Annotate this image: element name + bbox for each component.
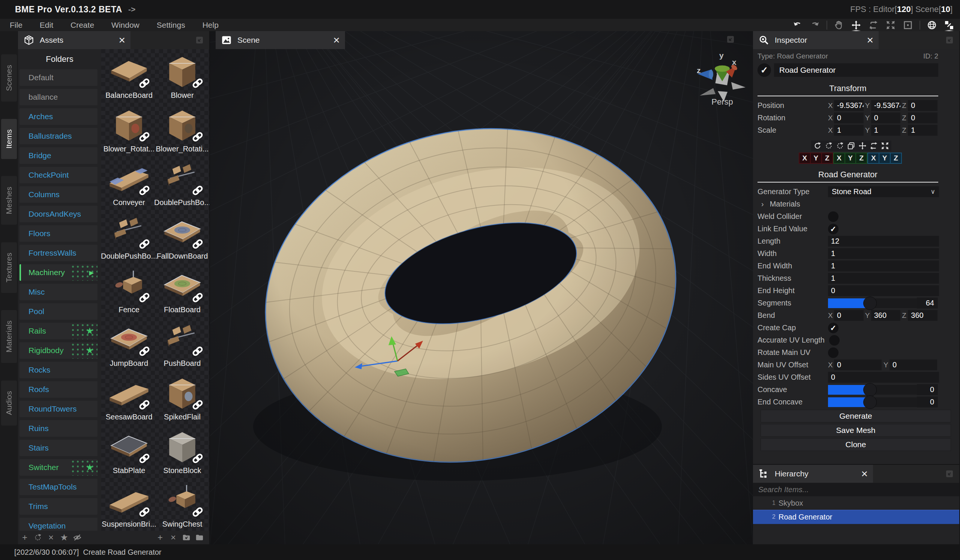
folder-item-pool[interactable]: Pool — [19, 303, 98, 320]
scale-x-input[interactable]: 1 — [834, 125, 864, 136]
assets-close-icon[interactable]: × — [113, 35, 131, 46]
inspector-dock-icon[interactable] — [945, 36, 954, 45]
move-mode-icon[interactable] — [858, 141, 867, 151]
hierarchy-item-road-generator[interactable]: 2Road Generator — [753, 510, 959, 524]
asset-tile-conveyer[interactable]: Conveyer — [102, 158, 156, 212]
generator-type-dropdown[interactable]: Stone Road∨ — [828, 186, 939, 197]
asset-tile-falldownboard[interactable]: FallDownBoard — [156, 212, 209, 266]
slider-knob[interactable] — [863, 396, 877, 409]
position-z-input[interactable]: 0 — [908, 100, 938, 111]
asset-tile-blower-rotat-[interactable]: Blower_Rotat... — [102, 105, 156, 158]
rotation-z-input[interactable]: 0 — [908, 112, 938, 123]
asset-tile-fence[interactable]: Fence — [102, 266, 156, 319]
folder-item-bridge[interactable]: Bridge — [19, 147, 98, 164]
undo-icon[interactable] — [792, 19, 803, 31]
slider-knob[interactable] — [863, 297, 877, 310]
left-tab-items[interactable]: Items — [1, 119, 17, 159]
axis-button-blue-x[interactable]: X — [868, 153, 878, 163]
folder-item-rails[interactable]: Rails★ — [19, 323, 98, 339]
reset-transform-icon[interactable] — [813, 141, 822, 151]
hierarchy-close-icon[interactable]: × — [856, 468, 873, 479]
thickness-input[interactable]: 1 — [828, 273, 939, 284]
folder-item-checkpoint[interactable]: CheckPoint — [19, 167, 98, 183]
bend-y-input[interactable]: 360 — [871, 310, 901, 321]
asset-tile-spikedflail[interactable]: SpikedFlail — [156, 373, 209, 426]
menu-window[interactable]: Window — [111, 21, 139, 29]
concave-value[interactable]: 0 — [917, 384, 938, 395]
reset-rotation-icon[interactable] — [824, 141, 834, 151]
hierarchy-item-skybox[interactable]: 1Skybox — [753, 496, 959, 510]
folder-item-ballance[interactable]: ballance — [19, 89, 98, 105]
rotate-tool-icon[interactable] — [868, 19, 879, 31]
folder-item-misc[interactable]: Misc — [19, 284, 98, 300]
menu-edit[interactable]: Edit — [40, 21, 53, 29]
asset-tile-floatboard[interactable]: FloatBoard — [156, 266, 209, 319]
save-mesh-button[interactable]: Save Mesh — [760, 424, 951, 437]
hand-tool-icon[interactable] — [833, 19, 845, 31]
snap-toggle-icon[interactable] — [944, 19, 955, 31]
hierarchy-search-input[interactable] — [753, 485, 959, 495]
axis-button-blue-y[interactable]: Y — [879, 153, 890, 163]
width-input[interactable]: 1 — [828, 248, 939, 259]
axis-button-red-x[interactable]: X — [800, 153, 810, 163]
move-tool-icon[interactable] — [851, 19, 862, 31]
scale-tool-icon[interactable] — [885, 19, 896, 31]
inspector-tab[interactable]: Inspector × — [753, 31, 878, 49]
left-tab-meshes[interactable]: Meshes — [1, 176, 17, 225]
axis-button-green-x[interactable]: X — [834, 153, 845, 163]
left-tab-materials[interactable]: Materials — [1, 310, 17, 363]
hierarchy-dock-icon[interactable] — [945, 469, 954, 478]
asset-tile-stoneblock[interactable]: StoneBlock — [156, 426, 209, 480]
menu-help[interactable]: Help — [203, 21, 219, 29]
refresh-folders-icon[interactable] — [34, 533, 42, 542]
folder-item-arches[interactable]: Arches — [19, 108, 98, 125]
menu-file[interactable]: File — [10, 21, 22, 29]
reset-scale-icon[interactable] — [835, 141, 845, 151]
asset-tile-doublepushbo-[interactable]: DoublePushBo... — [156, 158, 209, 212]
axis-button-blue-z[interactable]: Z — [891, 153, 901, 163]
menu-create[interactable]: Create — [70, 21, 94, 29]
main-uv-offset-x-input[interactable]: 0 — [834, 359, 882, 370]
redo-icon[interactable] — [809, 19, 821, 31]
concave-slider[interactable] — [828, 385, 917, 395]
bend-z-input[interactable]: 360 — [908, 310, 938, 321]
end-concave-value[interactable]: 0 — [917, 397, 938, 407]
create-cap-toggle[interactable]: ✓ — [828, 323, 838, 333]
left-tab-textures[interactable]: Textures — [1, 242, 17, 293]
asset-tile-jumpboard[interactable]: JumpBoard — [102, 319, 156, 373]
sides-uv-offset-input[interactable]: 0 — [828, 372, 939, 383]
folder-item-columns[interactable]: Columns — [19, 186, 98, 203]
asset-tile-seesawboard[interactable]: SeesawBoard — [102, 373, 156, 426]
asset-tile-blower-rotati-[interactable]: Blower_Rotati... — [156, 105, 209, 158]
delete-folder-icon[interactable]: × — [46, 533, 56, 542]
folder-item-doorsandkeys[interactable]: DoorsAndKeys — [19, 206, 98, 222]
rotation-x-input[interactable]: 0 — [834, 112, 864, 123]
folder-item-default[interactable]: Default — [19, 69, 98, 86]
axis-button-red-z[interactable]: Z — [822, 153, 832, 163]
accurate-uv-length-toggle[interactable] — [829, 335, 840, 346]
bounds-tool-icon[interactable] — [902, 19, 914, 31]
axis-button-red-y[interactable]: Y — [811, 153, 821, 163]
folder-item-vegetation[interactable]: Vegetation — [19, 518, 98, 531]
folder-item-fortresswalls[interactable]: FortressWalls — [19, 245, 98, 261]
assets-dock-icon[interactable] — [195, 36, 204, 45]
weld-collider-toggle[interactable] — [828, 211, 838, 222]
main-uv-offset-y-input[interactable]: 0 — [890, 359, 937, 370]
asset-tile-blower[interactable]: Blower — [156, 51, 209, 105]
folder-item-rocks[interactable]: Rocks — [19, 362, 98, 378]
bend-x-input[interactable]: 0 — [834, 310, 864, 321]
asset-tile-doublepushbo-[interactable]: DoublePushBo... — [102, 212, 156, 266]
end-concave-slider[interactable] — [828, 397, 917, 407]
link-end-value-toggle[interactable]: ✓ — [828, 224, 838, 234]
scene-viewport[interactable]: y x z Persp Scene × — [210, 31, 753, 544]
slider-knob[interactable] — [863, 383, 877, 397]
end-height-input[interactable]: 0 — [828, 285, 939, 296]
add-folder-icon[interactable]: + — [20, 533, 29, 542]
scene-tab[interactable]: Scene × — [216, 31, 345, 49]
scale-y-input[interactable]: 1 — [871, 125, 901, 136]
assets-tab[interactable]: Assets × — [18, 31, 131, 49]
asset-tile-suspensionbri-[interactable]: SuspensionBri... — [102, 480, 156, 531]
folder-item-switcher[interactable]: Switcher★ — [19, 459, 98, 475]
segments-value[interactable]: 64 — [917, 298, 938, 308]
menu-settings[interactable]: Settings — [157, 21, 185, 29]
